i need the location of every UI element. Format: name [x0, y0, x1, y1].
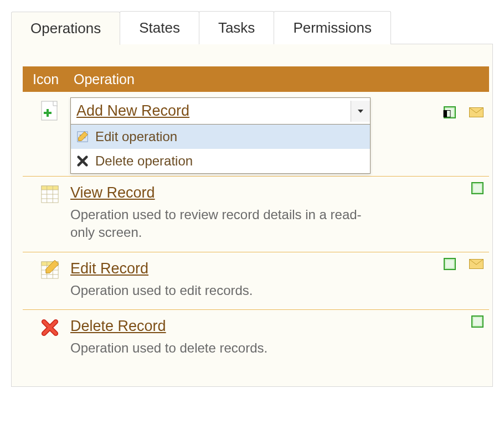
- col-header-icon: Icon: [23, 71, 74, 87]
- operation-description: Operation used to delete records.: [70, 339, 367, 357]
- tab-operations[interactable]: Operations: [11, 12, 120, 45]
- operation-description: Operation used to review record details …: [70, 206, 367, 242]
- dropdown-item-label: Edit operation: [95, 129, 177, 144]
- row-icon: [23, 184, 70, 204]
- status-box-icon[interactable]: [444, 258, 456, 270]
- tab-label: Operations: [30, 20, 101, 37]
- row-icon: [23, 101, 70, 121]
- tab-label: Tasks: [218, 19, 255, 36]
- dropdown-menu: Edit operation Delete operation: [71, 124, 370, 173]
- table-row: Edit Record Operation used to edit recor…: [23, 252, 489, 310]
- grid-icon: [41, 184, 59, 204]
- tab-tasks[interactable]: Tasks: [199, 11, 274, 44]
- status-box-icon[interactable]: [471, 315, 484, 328]
- tab-permissions[interactable]: Permissions: [274, 11, 391, 44]
- operations-table: Icon Operation: [23, 66, 489, 367]
- chevron-down-icon: [358, 110, 363, 113]
- dropdown-toggle[interactable]: [351, 101, 370, 122]
- tab-label: Permissions: [293, 19, 372, 36]
- dropdown-item-delete[interactable]: Delete operation: [71, 149, 370, 173]
- mail-icon[interactable]: [469, 107, 484, 117]
- operation-link[interactable]: Delete Record: [70, 318, 166, 334]
- edit-icon: [76, 131, 89, 143]
- operation-link[interactable]: View Record: [70, 184, 155, 201]
- row-icon: [23, 260, 70, 280]
- dropdown-item-edit[interactable]: Edit operation: [71, 125, 370, 149]
- tab-label: States: [139, 19, 180, 36]
- delete-icon: [76, 155, 89, 167]
- table-row: View Record Operation used to review rec…: [23, 177, 489, 252]
- delete-x-icon: [41, 318, 59, 338]
- grid-edit-icon: [41, 260, 59, 280]
- tab-states[interactable]: States: [120, 11, 199, 44]
- row-icon: [23, 318, 70, 338]
- status-box-icon[interactable]: [471, 182, 484, 194]
- mail-icon[interactable]: [469, 259, 484, 269]
- table-row: Delete Record Operation used to delete r…: [23, 310, 489, 367]
- svg-rect-2: [44, 112, 52, 114]
- tabs-bar: Operations States Tasks Permissions: [11, 11, 504, 44]
- operation-link[interactable]: Add New Record: [71, 98, 195, 124]
- add-record-icon: [41, 101, 59, 121]
- tab-panel: Icon Operation: [11, 44, 493, 387]
- table-row: Add New Record: [23, 101, 489, 177]
- operation-dropdown: Add New Record: [70, 97, 371, 174]
- operation-link[interactable]: Edit Record: [70, 260, 148, 277]
- status-box-icon[interactable]: [444, 106, 456, 118]
- table-header: Icon Operation: [23, 66, 489, 92]
- col-header-operation: Operation: [74, 71, 489, 87]
- operation-description: Operation used to edit records.: [70, 282, 367, 299]
- svg-rect-11: [42, 186, 58, 190]
- dropdown-item-label: Delete operation: [95, 153, 193, 169]
